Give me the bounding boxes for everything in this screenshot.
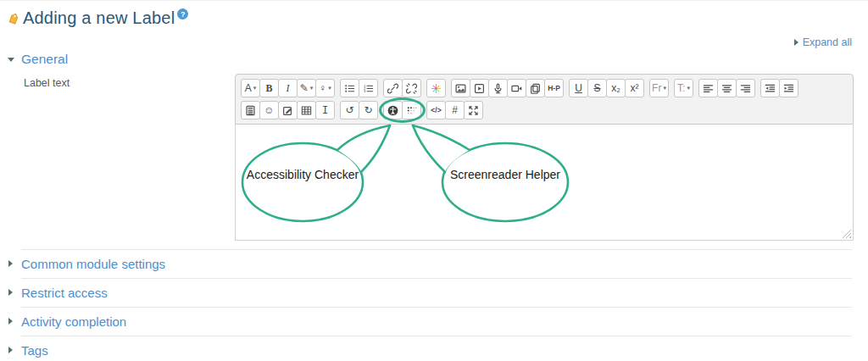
chevron-down-icon: ▾ <box>687 85 690 92</box>
section-link[interactable]: Common module settings <box>21 250 165 271</box>
chevron-right-icon <box>8 260 13 267</box>
html-button[interactable]: </> <box>426 101 446 119</box>
button-group <box>760 79 798 97</box>
align-left-icon <box>703 83 714 94</box>
insert-image-button[interactable] <box>451 79 470 97</box>
undo-icon: ↺ <box>345 105 353 115</box>
font-size-icon: T: <box>677 83 685 93</box>
equation-button[interactable] <box>241 101 260 119</box>
underline-icon: U <box>575 83 582 93</box>
button-group: H-P <box>451 79 564 97</box>
align-center-button[interactable] <box>717 79 737 97</box>
button-group <box>383 101 421 119</box>
strikethrough-button[interactable]: S <box>587 79 607 97</box>
svg-text:3: 3 <box>364 89 366 93</box>
button-group: USx₂x² <box>569 79 644 97</box>
outdent-icon <box>765 83 776 94</box>
underline-button[interactable]: U <box>569 79 588 97</box>
font-family-icon: Fr <box>652 83 661 93</box>
button-group <box>383 79 421 97</box>
page-title: Adding a new Label <box>23 8 175 28</box>
section-general-header[interactable]: General <box>8 52 68 67</box>
editor-resize-handle[interactable] <box>842 229 851 238</box>
toolbar-row: ☺I↺↻</># <box>241 101 848 119</box>
table-button[interactable] <box>297 101 316 119</box>
unordered-list-button[interactable] <box>340 79 359 97</box>
clear-formatting-icon: I <box>322 105 328 115</box>
chevron-down-icon: ▾ <box>253 85 257 92</box>
chevron-right-icon <box>8 347 13 353</box>
equation-icon <box>245 105 256 116</box>
indent-icon <box>783 83 794 94</box>
record-audio-button[interactable] <box>488 79 508 97</box>
button-group: ✳ <box>426 79 446 97</box>
button-group: ☺I <box>241 101 335 119</box>
clear-formatting-button[interactable]: I <box>315 101 335 119</box>
subscript-button[interactable]: x₂ <box>606 79 626 97</box>
page-header: Adding a new Label ? <box>7 8 188 28</box>
font-color-button[interactable]: ✎▾ <box>297 79 316 97</box>
bold-button[interactable]: B <box>259 79 279 97</box>
unlink-button[interactable] <box>402 79 421 97</box>
undo-button[interactable]: ↺ <box>340 101 359 119</box>
link-button[interactable] <box>383 79 403 97</box>
section-link[interactable]: Restrict access <box>21 279 108 300</box>
chart-button[interactable] <box>278 101 298 119</box>
button-group: Fr▾ <box>649 79 669 97</box>
font-style-button[interactable]: A▾ <box>241 79 260 97</box>
chevron-right-icon <box>8 318 13 325</box>
emoji-picker-button[interactable]: ✳ <box>426 79 446 97</box>
redo-button[interactable]: ↻ <box>359 101 378 119</box>
redo-icon: ↻ <box>364 105 372 115</box>
manage-files-icon <box>530 83 541 94</box>
chevron-down-icon: ▾ <box>328 85 331 92</box>
link-icon <box>387 83 398 94</box>
italic-icon: I <box>287 83 290 93</box>
help-icon[interactable]: ? <box>177 8 188 19</box>
unlink-icon <box>406 83 417 94</box>
table-icon <box>301 105 312 116</box>
screenreader-helper-icon <box>406 105 417 116</box>
chevron-down-icon: ▾ <box>663 85 666 92</box>
italic-button[interactable]: I <box>278 79 298 97</box>
section-activity-completion: Activity completion <box>21 307 852 336</box>
insert-image-icon <box>455 83 466 94</box>
button-group: 123 <box>340 79 378 97</box>
expand-all-link[interactable]: Expand all <box>794 36 852 48</box>
section-tags: Tags <box>21 336 852 361</box>
background-color-icon: ♀ <box>319 83 326 93</box>
manage-files-button[interactable] <box>526 79 545 97</box>
background-color-button[interactable]: ♀▾ <box>315 79 335 97</box>
button-group: T:▾ <box>674 79 693 97</box>
label-text-editor[interactable] <box>235 125 854 241</box>
emoticon-button[interactable]: ☺ <box>259 101 279 119</box>
insert-character-button[interactable]: # <box>445 101 465 119</box>
chevron-right-icon <box>794 39 798 46</box>
align-left-button[interactable] <box>698 79 718 97</box>
emoji-picker-icon: ✳ <box>431 82 442 95</box>
chevron-down-icon <box>8 58 14 62</box>
indent-button[interactable] <box>779 79 798 97</box>
chevron-down-icon: ▾ <box>310 85 314 92</box>
section-restrict-access: Restrict access <box>21 278 852 307</box>
screenreader-helper-button[interactable] <box>402 101 421 119</box>
unordered-list-icon <box>344 83 355 94</box>
section-link[interactable]: Tags <box>21 336 48 358</box>
record-video-button[interactable] <box>507 79 526 97</box>
section-link[interactable]: Activity completion <box>21 308 126 329</box>
label-activity-icon <box>7 13 20 26</box>
expand-all-label: Expand all <box>803 36 852 48</box>
insert-h5p-button[interactable]: H-P <box>544 79 564 97</box>
strikethrough-icon: S <box>593 83 600 93</box>
superscript-button[interactable]: x² <box>625 79 644 97</box>
ordered-list-button[interactable]: 123 <box>359 79 378 97</box>
font-size-button[interactable]: T:▾ <box>674 79 693 97</box>
accessibility-checker-button[interactable] <box>383 101 403 119</box>
button-group: A▾BI✎▾♀▾ <box>241 79 335 97</box>
fullscreen-icon <box>468 105 479 116</box>
fullscreen-button[interactable] <box>464 101 483 119</box>
font-family-button[interactable]: Fr▾ <box>649 79 669 97</box>
align-right-button[interactable] <box>736 79 755 97</box>
insert-media-button[interactable] <box>470 79 489 97</box>
outdent-button[interactable] <box>760 79 780 97</box>
